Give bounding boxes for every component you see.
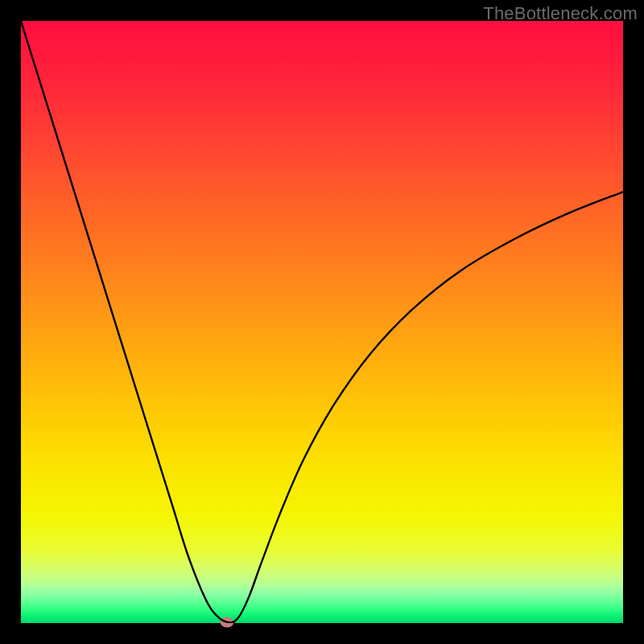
plot-area bbox=[21, 21, 623, 623]
chart-frame: TheBottleneck.com bbox=[0, 0, 644, 644]
watermark-text: TheBottleneck.com bbox=[483, 3, 638, 24]
bottleneck-curve bbox=[21, 21, 623, 623]
